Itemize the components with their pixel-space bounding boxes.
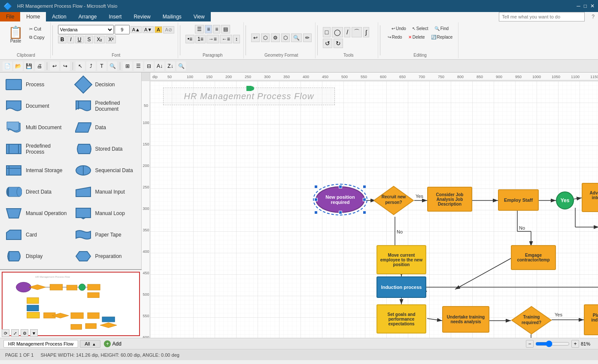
panel-scroll-up-btn[interactable]: ⟳: [2, 329, 9, 337]
shape-item-process[interactable]: Process: [2, 74, 70, 95]
panel-fit-btn[interactable]: ⤢: [11, 329, 19, 337]
tab-mailings[interactable]: Mailings: [157, 12, 188, 21]
print-btn[interactable]: 🖨: [35, 61, 44, 71]
node-recruit[interactable]: Recruit new person?: [373, 185, 414, 215]
paste-button[interactable]: 📋 Paste: [5, 25, 26, 45]
tools-btn-6[interactable]: ↺: [323, 39, 332, 48]
node-contractor[interactable]: Emgage contractor/temp: [511, 245, 556, 270]
highlight-btn[interactable]: A: [155, 26, 162, 33]
zoom-slider[interactable]: [535, 340, 570, 347]
page-tab-hr[interactable]: HR Management Process Flow: [3, 340, 78, 348]
copy-button[interactable]: ⧉ Copy: [27, 33, 47, 41]
find-button[interactable]: 🔍 Find: [432, 25, 451, 32]
undo-button[interactable]: ↩ Undo: [389, 25, 408, 32]
numbering-btn[interactable]: 1≡: [195, 35, 206, 43]
node-induction[interactable]: Induction process: [376, 276, 426, 298]
bold-btn[interactable]: B: [58, 36, 67, 43]
shape-item-stored-data[interactable]: Stored Data: [71, 139, 140, 159]
line-spacing-btn[interactable]: ↕: [233, 35, 240, 43]
search-shapes-btn[interactable]: 🔍: [176, 61, 186, 71]
shape-item-preparation[interactable]: Preparation: [71, 246, 140, 267]
node-new-position[interactable]: New position required: [316, 186, 365, 213]
sort-za-btn[interactable]: Z↓: [166, 61, 175, 71]
panel-settings-btn[interactable]: ⚙: [21, 329, 28, 337]
italic-btn[interactable]: I: [67, 36, 74, 43]
tab-view[interactable]: View: [188, 12, 211, 21]
sort-az-btn[interactable]: A↓: [155, 61, 164, 71]
search-input[interactable]: [499, 12, 585, 21]
geom-btn-5[interactable]: 🔍: [291, 33, 302, 42]
justify-btn[interactable]: ▤: [221, 25, 230, 33]
indent-more-btn[interactable]: →≡: [206, 35, 219, 43]
zoom-in-btn[interactable]: +: [571, 340, 579, 348]
shape-item-decision[interactable]: Decision: [71, 74, 140, 95]
add-page-btn[interactable]: + Add: [104, 340, 121, 347]
font-color-btn[interactable]: A⊘: [163, 26, 174, 33]
tools-btn-1[interactable]: □: [323, 27, 331, 37]
pointer-tool-btn[interactable]: ↖: [76, 61, 85, 71]
node-training-required[interactable]: Training required?: [511, 306, 552, 335]
shape-item-manual-loop[interactable]: Manual Loop: [71, 203, 140, 224]
close-btn[interactable]: ✕: [590, 3, 595, 9]
delete-button[interactable]: ✕ Delete: [406, 33, 427, 41]
help-btn[interactable]: ?: [592, 14, 595, 20]
node-plan-training[interactable]: Plan and conduct individual or group tra…: [584, 304, 598, 335]
shape-item-manual-operation[interactable]: Manual Operation: [2, 203, 70, 224]
geom-btn-2[interactable]: ⬡: [261, 33, 270, 42]
geom-btn-4[interactable]: ⬡: [281, 33, 290, 42]
node-move-employee[interactable]: Move current employee to the new positio…: [376, 245, 426, 274]
maximize-btn[interactable]: □: [584, 3, 587, 9]
bullets-btn[interactable]: •≡: [185, 35, 194, 43]
page-tab-all[interactable]: All ▲: [80, 340, 100, 348]
new-file-btn[interactable]: 📄: [3, 61, 12, 71]
indent-less-btn[interactable]: ←≡: [220, 35, 232, 43]
shape-item-direct-data[interactable]: Direct Data: [2, 182, 70, 202]
underline-btn[interactable]: U: [75, 36, 84, 43]
minimize-btn[interactable]: ─: [577, 3, 580, 9]
select-button[interactable]: ↖ Select: [410, 25, 431, 32]
tab-insert[interactable]: Insert: [103, 12, 127, 21]
tab-arrange[interactable]: Arrange: [73, 12, 103, 21]
shape-item-sequential-data[interactable]: Sequencial Data: [71, 160, 140, 181]
shape-item-internal-storage[interactable]: Internal Storage: [2, 160, 70, 181]
shape-item-predef-doc[interactable]: Predefined Document: [71, 96, 140, 116]
tab-action[interactable]: Action: [46, 12, 72, 21]
node-training-analysis[interactable]: Undertake training needs analysis: [442, 306, 489, 333]
shape-item-card[interactable]: Card: [2, 224, 70, 245]
connector-tool-btn[interactable]: ⤴: [86, 61, 96, 71]
superscript-btn[interactable]: X²: [106, 36, 116, 43]
shape-item-multi-doc[interactable]: Multi Document: [2, 117, 70, 138]
node-yes-circle[interactable]: Yes: [556, 191, 574, 209]
replace-button[interactable]: 🔄 Replace: [429, 33, 455, 41]
list-view-btn[interactable]: ☰: [134, 61, 143, 71]
zoom-tool-btn[interactable]: 🔍: [108, 61, 117, 71]
shape-item-paper-tape[interactable]: Paper Tape: [71, 224, 140, 245]
decrease-font-btn[interactable]: A▼: [143, 26, 154, 33]
tools-btn-7[interactable]: ↻: [334, 39, 343, 48]
panel-expand-btn[interactable]: ▼: [30, 329, 38, 337]
diagram-canvas[interactable]: Yes No: [150, 81, 598, 338]
node-job-analysis[interactable]: Consider Job Analysis Job Description: [427, 187, 472, 212]
shape-item-document[interactable]: Document: [2, 96, 70, 116]
toolbar-undo-btn[interactable]: ↩: [50, 61, 59, 71]
geom-btn-3[interactable]: ⚙: [271, 33, 280, 42]
tools-btn-3[interactable]: /: [344, 27, 350, 37]
font-family-select[interactable]: Verdana: [58, 25, 114, 34]
subscript-btn[interactable]: X₂: [94, 36, 105, 43]
node-advertise[interactable]: Advertise vacancy internally and/or exte…: [582, 183, 598, 212]
canvas-scroll[interactable]: 50 100 150 200 250 300 350 400 450 500 5…: [142, 81, 598, 338]
geom-btn-1[interactable]: ↩: [251, 33, 260, 42]
align-left-btn[interactable]: ☰: [195, 25, 204, 33]
shapes-view-btn[interactable]: ⊞: [123, 61, 132, 71]
node-employ-staff[interactable]: Employ Staff: [498, 189, 539, 211]
open-file-btn[interactable]: 📂: [13, 61, 23, 71]
tab-file[interactable]: File: [0, 12, 20, 21]
geom-btn-6[interactable]: ✏: [303, 33, 312, 42]
toolbar-redo-btn[interactable]: ↪: [61, 61, 70, 71]
strikethrough-btn[interactable]: S: [85, 36, 93, 43]
tab-review[interactable]: Review: [127, 12, 156, 21]
tab-home[interactable]: Home: [20, 12, 46, 21]
align-center-btn[interactable]: ≡: [205, 25, 212, 33]
save-btn[interactable]: 💾: [24, 61, 33, 71]
shape-item-data[interactable]: Data: [71, 117, 140, 138]
